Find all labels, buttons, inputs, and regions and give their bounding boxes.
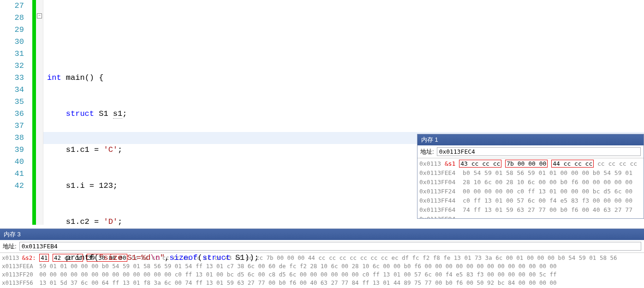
dump-row: 0x0113FF44 c0 ff 13 01 00 57 6c 00 f4 e5…	[419, 196, 642, 205]
line-number: 33	[0, 72, 24, 84]
line-number: 32	[0, 60, 24, 72]
line-number: 35	[0, 96, 24, 108]
dump-row: x0113FF56 13 01 5d 37 6c 00 64 ff 13 01 …	[2, 279, 642, 287]
code-line: printf("size S1=%d\n",sizeof(struct S1))…	[47, 252, 644, 264]
line-number: 30	[0, 36, 24, 48]
dump-row: 0x0113&s1 43 cc cc cc 7b 00 00 00 44 cc …	[419, 159, 642, 168]
line-gutter: 27 28 29 30 31 32 33 34 35 36 37 38 39 4…	[0, 0, 32, 225]
line-number: 41	[0, 168, 24, 180]
line-number: 34	[0, 84, 24, 96]
address-input-3[interactable]	[19, 242, 641, 251]
address-label: 地址:	[3, 242, 17, 251]
code-area[interactable]: int main() { struct S1 s1; s1.c1 = 'C'; …	[43, 0, 644, 225]
line-number: 29	[0, 24, 24, 36]
line-number: 37	[0, 120, 24, 132]
line-number: 31	[0, 48, 24, 60]
change-marker	[32, 0, 36, 225]
fold-gutter: −	[36, 0, 43, 225]
dump-row: 0x0113FF64 74 ff 13 01 59 63 27 77 00 b0…	[419, 205, 642, 215]
code-line: int main() {	[47, 72, 644, 84]
code-line: s1.i = 123;	[47, 180, 644, 192]
line-number: 38	[0, 132, 24, 144]
memory-panel-3-title: 内存 3	[0, 229, 644, 240]
dump-row: 0x0113FEE4 b0 54 59 01 58 56 59 01 01 00…	[419, 168, 642, 178]
line-number: 36	[0, 108, 24, 120]
code-line: s1.c1 = 'C';	[47, 144, 644, 156]
code-line: struct S1 s1;	[47, 108, 644, 120]
fold-toggle-icon[interactable]: −	[37, 13, 42, 18]
code-editor[interactable]: 27 28 29 30 31 32 33 34 35 36 37 38 39 4…	[0, 0, 644, 225]
line-number: 42	[0, 180, 24, 192]
code-line: s1.c2 = 'D';	[47, 216, 644, 228]
dump-row: x0113FF20 00 00 00 00 00 00 00 00 00 00 …	[2, 270, 642, 279]
line-number: 39	[0, 144, 24, 156]
line-number: 40	[0, 156, 24, 168]
line-number: 27	[0, 0, 24, 12]
line-number: 28	[0, 12, 24, 24]
